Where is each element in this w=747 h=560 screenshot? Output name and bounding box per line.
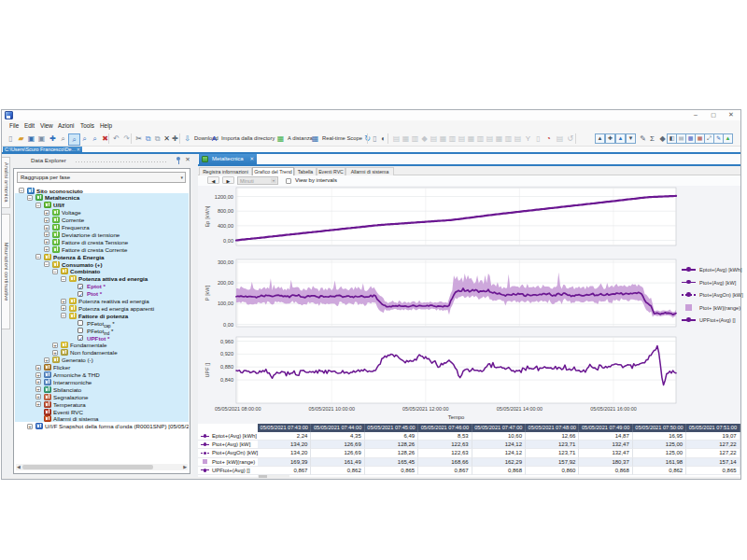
table-cell[interactable]: 125,00 bbox=[633, 441, 686, 449]
table-cell[interactable]: 126,69 bbox=[311, 441, 364, 449]
expand-icon[interactable]: + bbox=[44, 217, 49, 223]
table-cell[interactable]: 8,53 bbox=[418, 432, 472, 441]
expand-icon[interactable]: + bbox=[52, 350, 58, 356]
table-cell[interactable]: 14,87 bbox=[579, 432, 632, 441]
legend-item[interactable]: UPFtot+(Avg) [] bbox=[682, 316, 740, 324]
marker-add-icon[interactable]: ✚ bbox=[605, 133, 615, 144]
zoom-in-icon[interactable]: ⌕ bbox=[79, 133, 90, 144]
tree-item-upftot[interactable]: ✓UPFtot * bbox=[15, 334, 189, 342]
prev-interval-button[interactable]: ◀ bbox=[207, 176, 219, 184]
table-column-header[interactable]: 05/05/2021 07:45:00 bbox=[365, 424, 418, 432]
table-cell[interactable]: 157,14 bbox=[686, 458, 740, 467]
expand-icon[interactable]: + bbox=[44, 357, 49, 363]
collapse-icon[interactable]: − bbox=[44, 261, 49, 267]
save-icon[interactable]: ▣ bbox=[26, 133, 36, 144]
legend-item[interactable]: Eptot+(Avg) [kWh] bbox=[682, 266, 740, 273]
subtab-allarmi-di-sistema[interactable]: Allarmi di sistema bbox=[345, 167, 394, 175]
table-cell[interactable]: 0,865 bbox=[365, 467, 418, 475]
tree-item-potenza-attiva-ed-energia[interactable]: −Potenza attiva ed energia bbox=[15, 275, 189, 283]
table-row-header[interactable]: Ptot+ [kW](range) bbox=[198, 458, 258, 467]
table-cell[interactable]: 4,35 bbox=[311, 432, 364, 441]
expand-icon[interactable]: + bbox=[35, 401, 41, 407]
legend-item[interactable]: Ptot+(Avg) [kW] bbox=[682, 279, 740, 287]
tree-item-fattore-di-cresta-corrente[interactable]: +Fattore di cresta Corrente bbox=[15, 245, 189, 253]
tree-item-fattore-di-potenza[interactable]: −Fattore di potenza bbox=[15, 312, 189, 319]
expand-icon[interactable]: + bbox=[61, 305, 66, 311]
panel-close-icon[interactable]: ✕ bbox=[184, 156, 191, 163]
subtab-tabella[interactable]: Tabella bbox=[294, 167, 317, 175]
refresh-2-icon[interactable]: ↺ bbox=[565, 133, 575, 144]
subtab-eventi-rvc[interactable]: Eventi RVC bbox=[317, 167, 345, 175]
scroll-left-icon[interactable]: ◀ bbox=[17, 464, 21, 470]
table-column-header[interactable]: 05/05/2021 07:51:00 bbox=[686, 424, 740, 432]
tree-item-sbilanciato[interactable]: +Sbilanciato bbox=[15, 385, 189, 393]
tree-item-u-i-f[interactable]: −U/I/f bbox=[15, 202, 189, 209]
table-cell[interactable]: 180,37 bbox=[579, 458, 632, 467]
table-cell[interactable]: 123,71 bbox=[526, 449, 579, 457]
table-cell[interactable]: 161,98 bbox=[633, 458, 686, 467]
expand-icon[interactable]: + bbox=[35, 365, 41, 371]
tree-item-sito-sconosciuto[interactable]: −Sito sconosciuto bbox=[15, 187, 189, 194]
menu-file[interactable]: File bbox=[7, 120, 21, 132]
table-cell[interactable]: 134,20 bbox=[258, 441, 311, 449]
next-interval-button[interactable]: ▶ bbox=[222, 176, 234, 184]
table-cell[interactable]: 0,868 bbox=[472, 467, 526, 475]
table-column-header[interactable]: 05/05/2021 07:48:00 bbox=[526, 424, 579, 432]
table-cell[interactable]: 6,49 bbox=[365, 432, 418, 441]
table-cell[interactable]: 122,63 bbox=[418, 449, 472, 457]
tree-item-corrente[interactable]: +Corrente bbox=[15, 217, 189, 224]
move-tool-icon[interactable]: ✚ bbox=[48, 133, 58, 144]
zoom-icon[interactable]: ⌕ bbox=[58, 133, 68, 144]
table-cell[interactable]: 2,24 bbox=[258, 432, 311, 441]
table-cell[interactable]: 168,66 bbox=[418, 458, 472, 467]
data-explorer-header[interactable]: Data Explorer ✕ bbox=[11, 154, 193, 168]
collapse-icon[interactable]: − bbox=[61, 313, 66, 318]
tree-item-deviazione-di-tensione[interactable]: +Deviazione di tensione bbox=[15, 231, 189, 238]
expand-icon[interactable]: + bbox=[44, 239, 49, 245]
tree-item-allarmi-di-sistema[interactable]: Allarmi di sistema bbox=[15, 415, 189, 423]
map-view-icon[interactable]: ▲ bbox=[723, 133, 733, 144]
table-cell[interactable]: 124,12 bbox=[472, 449, 526, 457]
workspace-tab-close-icon[interactable]: ✕ bbox=[249, 154, 254, 164]
grid-small-icon[interactable]: ▤ bbox=[555, 133, 565, 144]
expand-icon[interactable]: + bbox=[52, 343, 58, 348]
table-column-header[interactable]: 05/05/2021 07:49:00 bbox=[579, 424, 632, 432]
table-cell[interactable]: 124,12 bbox=[472, 441, 526, 449]
checkbox-checked[interactable]: ✓ bbox=[78, 291, 83, 297]
tree-item-ptot[interactable]: ✓Ptot * bbox=[15, 290, 189, 298]
import-directory-label[interactable]: Importa dalla directory bbox=[221, 133, 275, 144]
tree-item-frequenza[interactable]: +Frequenza bbox=[15, 224, 189, 231]
zoom-out-icon[interactable]: ⌕ bbox=[90, 133, 100, 144]
tree-item-eptot[interactable]: ✓Eptot * bbox=[15, 283, 189, 290]
expand-icon[interactable]: + bbox=[44, 246, 49, 252]
tree-item-potenza-reattiva-ed-energia[interactable]: +Potenza reattiva ed energia bbox=[15, 298, 189, 305]
expand-icon[interactable]: + bbox=[27, 424, 33, 429]
tree-item-pfetot[interactable]: PFetotind * bbox=[15, 327, 189, 334]
table-cell[interactable]: 132,47 bbox=[579, 441, 632, 449]
table-cell[interactable]: 169,39 bbox=[258, 458, 311, 467]
tree-item-metaltecnica[interactable]: −Metaltecnica bbox=[15, 194, 189, 202]
download-icon[interactable]: ⇩ bbox=[182, 133, 192, 144]
tree-item-eventi-rvc[interactable]: Eventi RVC bbox=[15, 408, 189, 415]
table-cell[interactable]: 0,867 bbox=[418, 467, 472, 475]
menu-view[interactable]: View bbox=[37, 120, 56, 132]
sidetab-analisi-armonica[interactable]: Analisi armonica bbox=[2, 157, 10, 208]
expand-icon[interactable]: + bbox=[44, 225, 49, 231]
import-directory-icon[interactable]: A bbox=[209, 133, 219, 144]
table-row-header[interactable]: Ptot+(AvgOn) [kW] bbox=[198, 449, 258, 457]
subtab-registra-informazioni[interactable]: Registra informazioni bbox=[199, 167, 252, 175]
view-by-intervals-checkbox[interactable] bbox=[286, 178, 291, 184]
table-cell[interactable]: 0,860 bbox=[526, 467, 579, 475]
tree-item-flicker[interactable]: +Flicker bbox=[15, 364, 189, 371]
tree-item-segnalazione[interactable]: +Segnalazione bbox=[15, 393, 189, 400]
table-cell[interactable]: 12,66 bbox=[526, 432, 579, 441]
trend-charts[interactable]: 0,00400,00800,001200,00Ep [kWh]0,00100,0… bbox=[198, 186, 740, 428]
realtime-scope-label[interactable]: Real-time Scope bbox=[322, 133, 362, 144]
menu-tools[interactable]: Tools bbox=[78, 120, 97, 132]
tree-item-generato[interactable]: +Generato (-) bbox=[15, 357, 189, 364]
open-folder-icon[interactable]: ▰ bbox=[16, 133, 26, 144]
minimize-button[interactable]: – bbox=[688, 111, 703, 119]
page-small-icon[interactable]: ▯ bbox=[533, 133, 543, 144]
table-row-header[interactable]: UPFtot+(Avg) [] bbox=[198, 467, 258, 475]
table-cell[interactable]: 0,862 bbox=[311, 467, 364, 475]
